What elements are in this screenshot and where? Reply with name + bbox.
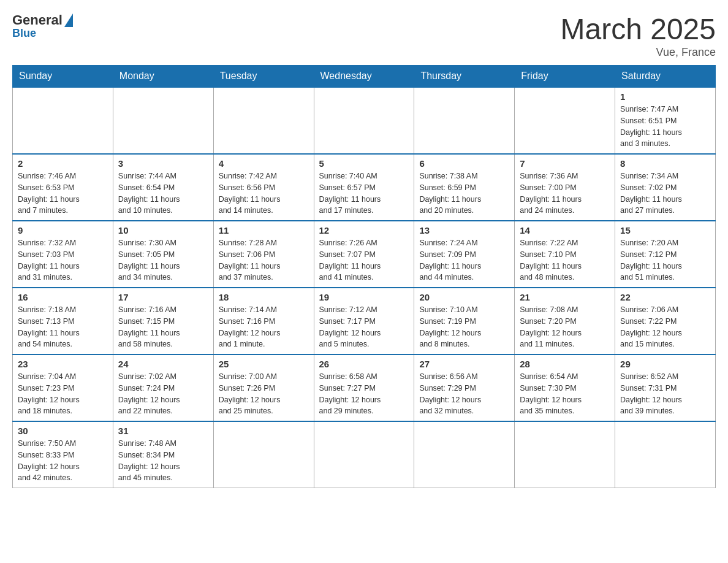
calendar-day-cell: 29Sunrise: 6:52 AMSunset: 7:31 PMDayligh… — [615, 354, 716, 421]
calendar-day-cell — [515, 87, 615, 154]
day-info: Sunrise: 6:52 AMSunset: 7:31 PMDaylight:… — [620, 371, 710, 417]
calendar-day-cell — [615, 421, 716, 488]
day-info: Sunrise: 7:20 AMSunset: 7:12 PMDaylight:… — [620, 237, 710, 283]
calendar-day-header: Monday — [113, 66, 213, 88]
calendar-week-row: 9Sunrise: 7:32 AMSunset: 7:03 PMDaylight… — [13, 221, 716, 288]
day-info: Sunrise: 7:00 AMSunset: 7:26 PMDaylight:… — [219, 371, 309, 417]
day-number: 20 — [419, 292, 509, 302]
day-number: 16 — [18, 292, 108, 302]
calendar-day-cell: 9Sunrise: 7:32 AMSunset: 7:03 PMDaylight… — [13, 221, 113, 288]
calendar-day-cell: 20Sunrise: 7:10 AMSunset: 7:19 PMDayligh… — [414, 288, 515, 354]
day-info: Sunrise: 7:30 AMSunset: 7:05 PMDaylight:… — [118, 237, 208, 283]
day-info: Sunrise: 7:32 AMSunset: 7:03 PMDaylight:… — [18, 237, 108, 283]
logo: General Blue — [12, 12, 74, 40]
calendar-week-row: 16Sunrise: 7:18 AMSunset: 7:13 PMDayligh… — [13, 288, 716, 354]
day-number: 7 — [520, 158, 610, 169]
day-number: 26 — [319, 359, 409, 369]
day-info: Sunrise: 7:47 AMSunset: 6:51 PMDaylight:… — [620, 104, 710, 150]
calendar-day-header: Sunday — [13, 66, 113, 88]
calendar-day-cell: 16Sunrise: 7:18 AMSunset: 7:13 PMDayligh… — [13, 288, 113, 354]
day-info: Sunrise: 7:04 AMSunset: 7:23 PMDaylight:… — [18, 371, 108, 417]
calendar-day-cell: 12Sunrise: 7:26 AMSunset: 7:07 PMDayligh… — [314, 221, 414, 288]
day-info: Sunrise: 7:14 AMSunset: 7:16 PMDaylight:… — [219, 304, 309, 350]
day-info: Sunrise: 7:48 AMSunset: 8:34 PMDaylight:… — [118, 438, 208, 484]
calendar-day-cell: 24Sunrise: 7:02 AMSunset: 7:24 PMDayligh… — [113, 354, 213, 421]
calendar-day-header: Saturday — [615, 66, 716, 88]
calendar-day-cell: 21Sunrise: 7:08 AMSunset: 7:20 PMDayligh… — [515, 288, 615, 354]
day-number: 3 — [118, 158, 208, 169]
calendar-day-cell: 14Sunrise: 7:22 AMSunset: 7:10 PMDayligh… — [515, 221, 615, 288]
day-number: 6 — [419, 158, 509, 169]
day-info: Sunrise: 7:22 AMSunset: 7:10 PMDaylight:… — [520, 237, 610, 283]
calendar-day-cell: 30Sunrise: 7:50 AMSunset: 8:33 PMDayligh… — [13, 421, 113, 488]
calendar-day-cell: 22Sunrise: 7:06 AMSunset: 7:22 PMDayligh… — [615, 288, 716, 354]
calendar-day-cell: 28Sunrise: 6:54 AMSunset: 7:30 PMDayligh… — [515, 354, 615, 421]
calendar-day-cell: 31Sunrise: 7:48 AMSunset: 8:34 PMDayligh… — [113, 421, 213, 488]
calendar-day-cell: 27Sunrise: 6:56 AMSunset: 7:29 PMDayligh… — [414, 354, 515, 421]
calendar-day-cell: 19Sunrise: 7:12 AMSunset: 7:17 PMDayligh… — [314, 288, 414, 354]
calendar-day-header: Wednesday — [314, 66, 414, 88]
calendar-day-cell: 6Sunrise: 7:38 AMSunset: 6:59 PMDaylight… — [414, 154, 515, 221]
day-info: Sunrise: 7:06 AMSunset: 7:22 PMDaylight:… — [620, 304, 710, 350]
day-info: Sunrise: 7:16 AMSunset: 7:15 PMDaylight:… — [118, 304, 208, 350]
day-number: 9 — [18, 225, 108, 236]
calendar-day-cell — [414, 421, 515, 488]
day-number: 24 — [118, 359, 208, 369]
calendar-day-cell — [414, 87, 515, 154]
calendar-week-row: 1Sunrise: 7:47 AMSunset: 6:51 PMDaylight… — [13, 87, 716, 154]
page-header: General Blue March 2025 Vue, France — [12, 12, 716, 59]
day-info: Sunrise: 6:56 AMSunset: 7:29 PMDaylight:… — [419, 371, 509, 417]
day-number: 22 — [620, 292, 710, 302]
day-number: 5 — [319, 158, 409, 169]
calendar-day-cell: 1Sunrise: 7:47 AMSunset: 6:51 PMDaylight… — [615, 87, 716, 154]
calendar-day-cell: 5Sunrise: 7:40 AMSunset: 6:57 PMDaylight… — [314, 154, 414, 221]
day-number: 18 — [219, 292, 309, 302]
day-number: 28 — [520, 359, 610, 369]
day-info: Sunrise: 7:12 AMSunset: 7:17 PMDaylight:… — [319, 304, 409, 350]
day-number: 29 — [620, 359, 710, 369]
calendar-day-cell — [314, 421, 414, 488]
day-number: 12 — [319, 225, 409, 236]
day-number: 11 — [219, 225, 309, 236]
day-info: Sunrise: 7:28 AMSunset: 7:06 PMDaylight:… — [219, 237, 309, 283]
day-info: Sunrise: 7:26 AMSunset: 7:07 PMDaylight:… — [319, 237, 409, 283]
calendar-day-cell: 23Sunrise: 7:04 AMSunset: 7:23 PMDayligh… — [13, 354, 113, 421]
calendar-day-cell: 18Sunrise: 7:14 AMSunset: 7:16 PMDayligh… — [213, 288, 314, 354]
day-info: Sunrise: 7:18 AMSunset: 7:13 PMDaylight:… — [18, 304, 108, 350]
calendar-day-cell — [13, 87, 113, 154]
calendar-week-row: 2Sunrise: 7:46 AMSunset: 6:53 PMDaylight… — [13, 154, 716, 221]
day-info: Sunrise: 7:08 AMSunset: 7:20 PMDaylight:… — [520, 304, 610, 350]
logo-general-text: General — [12, 12, 63, 28]
calendar-table: SundayMondayTuesdayWednesdayThursdayFrid… — [12, 65, 716, 488]
day-info: Sunrise: 7:34 AMSunset: 7:02 PMDaylight:… — [620, 170, 710, 216]
day-info: Sunrise: 7:38 AMSunset: 6:59 PMDaylight:… — [419, 170, 509, 216]
calendar-header-row: SundayMondayTuesdayWednesdayThursdayFrid… — [13, 66, 716, 88]
day-number: 27 — [419, 359, 509, 369]
calendar-day-cell: 26Sunrise: 6:58 AMSunset: 7:27 PMDayligh… — [314, 354, 414, 421]
day-number: 1 — [620, 91, 710, 102]
day-info: Sunrise: 7:36 AMSunset: 7:00 PMDaylight:… — [520, 170, 610, 216]
day-info: Sunrise: 7:44 AMSunset: 6:54 PMDaylight:… — [118, 170, 208, 216]
calendar-day-header: Friday — [515, 66, 615, 88]
day-info: Sunrise: 6:54 AMSunset: 7:30 PMDaylight:… — [520, 371, 610, 417]
day-info: Sunrise: 7:46 AMSunset: 6:53 PMDaylight:… — [18, 170, 108, 216]
day-number: 2 — [18, 158, 108, 169]
day-info: Sunrise: 7:50 AMSunset: 8:33 PMDaylight:… — [18, 438, 108, 484]
calendar-day-cell: 3Sunrise: 7:44 AMSunset: 6:54 PMDaylight… — [113, 154, 213, 221]
day-info: Sunrise: 7:40 AMSunset: 6:57 PMDaylight:… — [319, 170, 409, 216]
day-number: 15 — [620, 225, 710, 236]
day-number: 21 — [520, 292, 610, 302]
calendar-day-cell: 25Sunrise: 7:00 AMSunset: 7:26 PMDayligh… — [213, 354, 314, 421]
calendar-day-cell: 10Sunrise: 7:30 AMSunset: 7:05 PMDayligh… — [113, 221, 213, 288]
title-area: March 2025 Vue, France — [561, 12, 716, 59]
day-number: 25 — [219, 359, 309, 369]
calendar-week-row: 30Sunrise: 7:50 AMSunset: 8:33 PMDayligh… — [13, 421, 716, 488]
calendar-day-cell: 7Sunrise: 7:36 AMSunset: 7:00 PMDaylight… — [515, 154, 615, 221]
calendar-day-cell: 2Sunrise: 7:46 AMSunset: 6:53 PMDaylight… — [13, 154, 113, 221]
calendar-day-cell — [113, 87, 213, 154]
calendar-day-cell: 8Sunrise: 7:34 AMSunset: 7:02 PMDaylight… — [615, 154, 716, 221]
calendar-day-cell: 13Sunrise: 7:24 AMSunset: 7:09 PMDayligh… — [414, 221, 515, 288]
day-info: Sunrise: 7:42 AMSunset: 6:56 PMDaylight:… — [219, 170, 309, 216]
calendar-day-cell — [213, 87, 314, 154]
calendar-day-cell — [314, 87, 414, 154]
